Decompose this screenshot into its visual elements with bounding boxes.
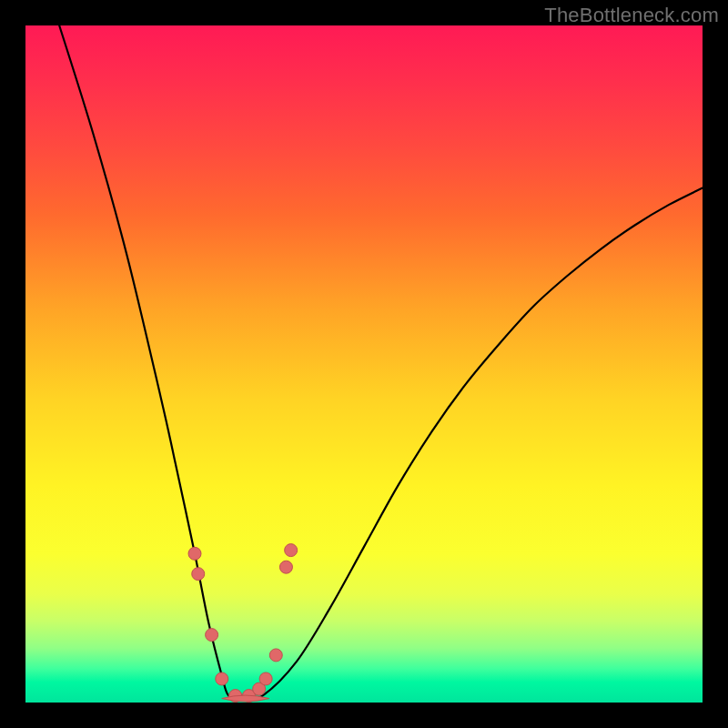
fit-markers xyxy=(188,544,298,703)
fit-marker xyxy=(216,672,228,685)
curve-layer xyxy=(25,25,703,703)
fit-marker xyxy=(269,649,282,662)
bottleneck-curve xyxy=(59,25,703,700)
fit-marker xyxy=(259,672,272,685)
fit-marker xyxy=(192,568,205,581)
fit-marker xyxy=(285,544,298,557)
fit-marker xyxy=(206,629,218,642)
chart-frame: TheBottleneck.com xyxy=(0,0,728,728)
fit-marker xyxy=(188,547,201,560)
plot-area xyxy=(25,25,703,703)
watermark-text: TheBottleneck.com xyxy=(544,4,719,27)
fit-marker xyxy=(279,561,292,573)
